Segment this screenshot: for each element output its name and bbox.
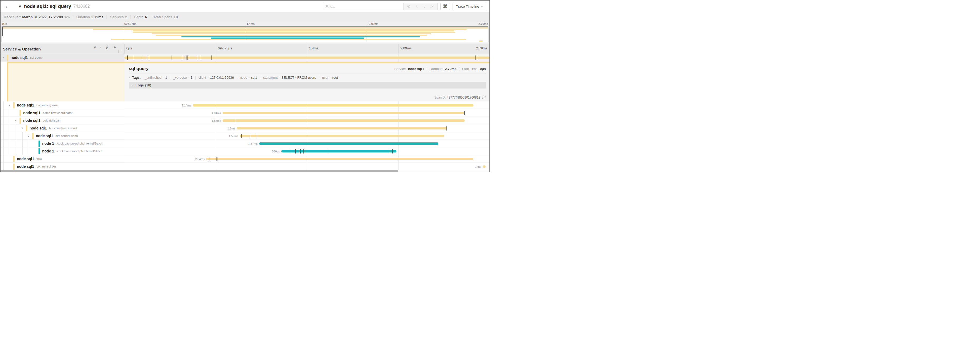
minimap-span-bar bbox=[181, 36, 420, 37]
span-color-bar bbox=[38, 141, 40, 147]
span-log-tick bbox=[186, 56, 186, 60]
tags-list: _unfinished=1_verbose=1client=127.0.0.1:… bbox=[142, 76, 341, 80]
span-service-name: node sql1 bbox=[23, 111, 40, 115]
span-row: ∨node sql1dist sender send1.56ms bbox=[0, 132, 490, 140]
span-row: ∨node sql1txn coordinator send1.6ms bbox=[0, 125, 490, 132]
logs-count: (18) bbox=[145, 83, 151, 87]
tree-depth-guide bbox=[22, 140, 23, 147]
span-duration-bar[interactable] bbox=[193, 104, 473, 107]
span-row: node sql1batch flow coordinator1.84ms bbox=[0, 109, 490, 117]
span-row: node 1/cockroach.roachpb.Internal/Batch8… bbox=[0, 147, 490, 155]
ruler-tick-label: 2.09ms bbox=[398, 44, 490, 54]
span-service-name: node sql1 bbox=[17, 103, 34, 107]
span-list-zone: ∨node sql1consuming rows2.14msnode sql1b… bbox=[0, 101, 490, 170]
span-log-tick bbox=[189, 56, 189, 60]
span-timeline-cell[interactable]: 1.84ms bbox=[124, 109, 490, 117]
span-row: ∨node sql1colbatchscan1.85ms bbox=[0, 117, 490, 125]
minimap-canvas[interactable] bbox=[2, 26, 488, 42]
prev-match-icon[interactable]: ∧ bbox=[413, 3, 420, 10]
span-timeline-cell[interactable] bbox=[124, 54, 490, 62]
span-timeline-cell[interactable]: 1.56ms bbox=[124, 132, 490, 140]
span-duration-bar[interactable] bbox=[282, 150, 396, 152]
tree-depth-guide bbox=[16, 140, 16, 147]
span-tree-cell[interactable]: ∨node sql1txn coordinator send bbox=[0, 125, 124, 132]
span-color-bar bbox=[26, 125, 27, 131]
span-duration-label: 1.6ms bbox=[228, 127, 235, 130]
span-duration-label: 2.04ms bbox=[195, 157, 205, 161]
span-expand-chevron-icon[interactable]: ∨ bbox=[2, 56, 4, 59]
span-duration-bar[interactable] bbox=[240, 135, 444, 137]
minimap-tick-label: 697.75μs bbox=[124, 22, 136, 26]
span-row: node sql1commit sql txn14μs bbox=[0, 163, 490, 170]
keyboard-shortcuts-button[interactable]: ⌘ bbox=[441, 3, 450, 10]
span-color-bar bbox=[19, 118, 21, 124]
minimap-scrubber-handle[interactable] bbox=[2, 27, 3, 36]
span-timeline-cell[interactable]: 2.14ms bbox=[124, 101, 490, 109]
span-tree-cell[interactable]: node sql1commit sql txn bbox=[0, 163, 124, 170]
collapse-deep-icon[interactable]: ≫ bbox=[105, 45, 109, 50]
span-service-name: node sql1 bbox=[11, 56, 28, 60]
span-operation-name: consuming rows bbox=[37, 104, 58, 107]
span-tree-cell[interactable]: ∨node sql1dist sender send bbox=[0, 132, 124, 140]
span-timeline-cell[interactable]: 1.37ms bbox=[124, 140, 490, 147]
expand-one-icon[interactable]: › bbox=[100, 45, 101, 50]
span-duration-bar[interactable] bbox=[206, 158, 473, 160]
span-timeline-cell[interactable]: 14μs bbox=[124, 163, 490, 170]
span-duration-bar[interactable] bbox=[223, 119, 465, 122]
span-duration-bar[interactable] bbox=[483, 165, 485, 168]
logs-accordion[interactable]: › Logs (18) bbox=[129, 82, 486, 88]
deep-link-icon[interactable] bbox=[482, 96, 486, 99]
divider bbox=[129, 73, 486, 74]
span-color-bar bbox=[32, 133, 33, 139]
ruler-tick-label: 2.79ms bbox=[476, 46, 487, 50]
span-detail-accent-strip bbox=[7, 62, 490, 63]
span-operation-name: batch flow coordinator bbox=[43, 111, 73, 114]
trace-collapse-chevron-icon[interactable]: ∨ bbox=[19, 5, 21, 8]
span-tree-cell[interactable]: ∨node sql1colbatchscan bbox=[0, 117, 124, 125]
span-duration-bar[interactable] bbox=[259, 142, 439, 145]
clear-find-icon[interactable]: ✕ bbox=[429, 3, 436, 10]
expand-all-icon[interactable]: ≫ bbox=[112, 45, 116, 50]
span-timeline-cell[interactable]: 1.85ms bbox=[124, 117, 490, 125]
minimap-span-bar bbox=[479, 40, 483, 42]
span-log-tick bbox=[127, 56, 128, 60]
span-tree-cell[interactable]: ∨node sql1consuming rows bbox=[0, 101, 124, 109]
focus-match-icon[interactable] bbox=[405, 3, 412, 10]
span-duration-bar[interactable] bbox=[124, 56, 490, 59]
span-expand-chevron-icon[interactable]: ∨ bbox=[27, 134, 30, 137]
collapse-all-icon[interactable]: ∨ bbox=[94, 45, 96, 50]
scrollbar-thumb[interactable] bbox=[0, 170, 398, 172]
span-log-tick bbox=[188, 56, 188, 60]
find-input[interactable] bbox=[323, 3, 404, 10]
span-duration-label: 2.14ms bbox=[182, 104, 191, 107]
span-duration-bar[interactable] bbox=[223, 112, 464, 114]
service-operation-title: Service & Operation bbox=[3, 47, 41, 51]
span-log-tick bbox=[211, 56, 212, 60]
tags-accordion[interactable]: › Tags: _unfinished=1_verbose=1client=12… bbox=[129, 76, 486, 80]
span-expand-chevron-icon[interactable]: ∨ bbox=[21, 126, 23, 130]
span-tree-cell[interactable]: node sql1flow bbox=[0, 155, 124, 163]
span-timeline-cell[interactable]: 1.6ms bbox=[124, 125, 490, 132]
span-log-tick bbox=[303, 149, 304, 154]
trace-info-item: Depth6 bbox=[134, 15, 147, 19]
span-duration-bar[interactable] bbox=[237, 127, 447, 130]
span-log-tick bbox=[171, 56, 172, 60]
span-tree-cell[interactable]: node 1/cockroach.roachpb.Internal/Batch bbox=[0, 147, 124, 155]
span-expand-chevron-icon[interactable]: ∨ bbox=[15, 119, 17, 122]
column-resize-grip[interactable]: ❘❘ bbox=[117, 50, 123, 53]
next-match-icon[interactable]: ∨ bbox=[421, 3, 428, 10]
trace-view-selector[interactable]: Trace Timeline ∨ bbox=[453, 3, 486, 10]
find-suffix-group: ∧ ∨ ✕ bbox=[404, 3, 438, 10]
detail-meta-value: 2.79ms bbox=[445, 67, 457, 71]
span-duration-label: 1.56ms bbox=[229, 134, 238, 138]
span-expand-chevron-icon[interactable]: ∨ bbox=[8, 104, 11, 107]
back-button[interactable]: ← bbox=[0, 0, 14, 12]
span-tree-cell[interactable]: node 1/cockroach.roachpb.Internal/Batch bbox=[0, 140, 124, 147]
span-timeline-cell[interactable]: 2.04ms bbox=[124, 155, 490, 163]
tree-depth-guide bbox=[3, 125, 4, 132]
span-tree-cell[interactable]: node sql1batch flow coordinator bbox=[0, 109, 124, 117]
tree-depth-guide bbox=[3, 132, 4, 139]
span-duration-label: 886μs bbox=[272, 150, 280, 153]
span-tree-cell[interactable]: ∨node sql1sql query bbox=[0, 54, 124, 62]
span-timeline-cell[interactable]: 886μs bbox=[124, 147, 490, 155]
